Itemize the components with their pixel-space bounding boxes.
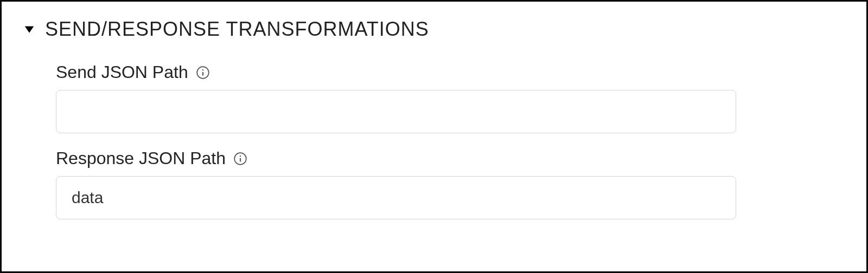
transformations-panel: SEND/RESPONSE TRANSFORMATIONS Send JSON …: [0, 0, 868, 273]
section-title: SEND/RESPONSE TRANSFORMATIONS: [45, 18, 429, 41]
collapse-triangle-icon: [23, 23, 35, 35]
send-json-path-group: Send JSON Path: [56, 62, 736, 133]
response-json-path-label-row: Response JSON Path: [56, 148, 736, 168]
response-json-path-input[interactable]: [56, 176, 736, 219]
info-icon[interactable]: [233, 152, 247, 166]
response-json-path-label: Response JSON Path: [56, 148, 226, 168]
svg-marker-0: [25, 27, 34, 33]
form-area: Send JSON Path Response JSON Path: [23, 62, 845, 219]
send-json-path-input[interactable]: [56, 90, 736, 133]
send-json-path-label: Send JSON Path: [56, 62, 188, 82]
svg-point-5: [240, 155, 241, 156]
section-header-toggle[interactable]: SEND/RESPONSE TRANSFORMATIONS: [23, 18, 845, 41]
svg-point-2: [202, 69, 203, 70]
response-json-path-group: Response JSON Path: [56, 148, 736, 219]
send-json-path-label-row: Send JSON Path: [56, 62, 736, 82]
info-icon[interactable]: [196, 66, 210, 80]
